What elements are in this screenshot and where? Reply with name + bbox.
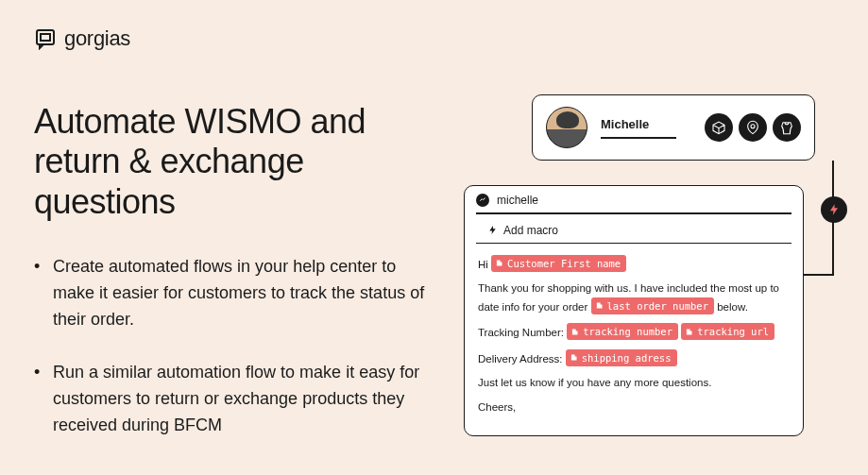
bolt-icon bbox=[487, 225, 498, 235]
add-macro-button[interactable]: Add macro bbox=[476, 218, 791, 244]
package-icon bbox=[705, 113, 733, 142]
variable-tag-first-name[interactable]: Customer First name bbox=[491, 255, 626, 272]
macro-channel-row: michelle bbox=[465, 186, 803, 212]
macro-card: michelle Add macro Hi Customer First nam… bbox=[464, 185, 804, 436]
avatar bbox=[546, 107, 587, 148]
macro-body: Hi Customer First name Thank you for sho… bbox=[465, 244, 803, 435]
svg-rect-0 bbox=[37, 30, 54, 44]
profile-name: Michelle bbox=[601, 117, 691, 131]
automation-bolt-icon bbox=[821, 196, 847, 223]
messenger-icon bbox=[476, 194, 489, 207]
product-icon bbox=[773, 113, 801, 142]
add-macro-label: Add macro bbox=[503, 224, 558, 237]
channel-label: michelle bbox=[497, 194, 538, 207]
headline: Automate WISMO and return & exchange que… bbox=[34, 102, 440, 222]
body-text: below. bbox=[717, 300, 748, 312]
bullet-list: Create automated flows in your help cent… bbox=[34, 254, 440, 438]
variable-tag-last-order[interactable]: last order number bbox=[591, 297, 714, 314]
bullet-item: Create automated flows in your help cent… bbox=[34, 254, 440, 333]
delivery-label: Delivery Address: bbox=[478, 352, 562, 364]
closing-text: Just let us know if you have any more qu… bbox=[478, 375, 790, 392]
divider bbox=[476, 212, 791, 214]
brand-name: gorgias bbox=[64, 26, 130, 51]
gorgias-logo-icon bbox=[34, 27, 57, 50]
profile-card: Michelle bbox=[532, 94, 815, 161]
bullet-item: Run a similar automation flow to make it… bbox=[34, 360, 440, 439]
variable-tag-tracking-number[interactable]: tracking number bbox=[567, 323, 678, 340]
tracking-label: Tracking Number: bbox=[478, 327, 564, 338]
location-icon bbox=[739, 113, 767, 142]
svg-rect-1 bbox=[41, 34, 50, 41]
variable-tag-tracking-url[interactable]: tracking url bbox=[681, 323, 774, 340]
variable-tag-shipping[interactable]: shipping adress bbox=[566, 349, 677, 366]
illustration-group: Michelle michelle Add bbox=[464, 94, 842, 436]
connector-line bbox=[804, 274, 834, 276]
signoff-text: Cheers, bbox=[478, 399, 790, 416]
profile-underline bbox=[601, 137, 676, 139]
brand-logo: gorgias bbox=[34, 26, 130, 51]
svg-point-2 bbox=[751, 125, 755, 128]
greeting-text: Hi bbox=[478, 258, 488, 269]
